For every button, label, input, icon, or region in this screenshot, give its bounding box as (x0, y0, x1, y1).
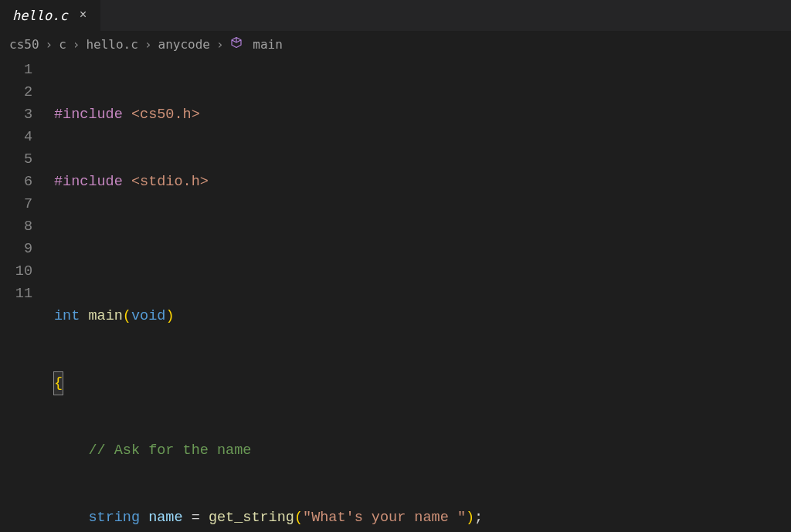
chevron-right-icon: › (144, 37, 152, 52)
tab-bar: hello.c × (0, 0, 791, 31)
cube-icon (230, 36, 243, 49)
line-number: 1 (0, 59, 32, 81)
line-number: 8 (0, 215, 32, 238)
line-number: 5 (0, 148, 32, 171)
code-editor[interactable]: 1 2 3 4 5 6 7 8 9 10 11 #include <cs50.h… (0, 57, 791, 532)
breadcrumb: cs50 › c › hello.c › anycode › main (0, 31, 791, 57)
line-number: 7 (0, 193, 32, 215)
breadcrumb-item-main[interactable]: main (230, 36, 283, 52)
breadcrumb-item[interactable]: cs50 (9, 37, 39, 52)
line-number: 11 (0, 283, 32, 305)
line-number: 10 (0, 260, 32, 283)
code-line[interactable]: int main(void) (54, 305, 791, 327)
tab-label: hello.c (12, 8, 68, 23)
line-number: 6 (0, 171, 32, 193)
line-number: 9 (0, 238, 32, 260)
tab-hello-c[interactable]: hello.c × (0, 0, 101, 31)
chevron-right-icon: › (73, 37, 80, 52)
code-area[interactable]: #include <cs50.h> #include <stdio.h> int… (54, 59, 791, 532)
close-icon[interactable]: × (76, 8, 91, 23)
breadcrumb-item[interactable]: anycode (158, 37, 210, 52)
code-line[interactable]: string name = get_string("What's your na… (54, 507, 791, 529)
breadcrumb-item-label: main (253, 37, 283, 52)
code-line[interactable]: { (54, 372, 791, 395)
code-line[interactable]: // Ask for the name (54, 439, 791, 462)
line-number: 4 (0, 126, 32, 148)
chevron-right-icon: › (216, 37, 224, 52)
line-number: 3 (0, 103, 32, 126)
chevron-right-icon: › (46, 37, 53, 52)
line-number: 2 (0, 81, 32, 103)
code-line[interactable]: #include <cs50.h> (54, 103, 791, 126)
code-line[interactable] (54, 238, 791, 260)
breadcrumb-item[interactable]: hello.c (86, 37, 137, 52)
code-line[interactable]: #include <stdio.h> (54, 171, 791, 193)
line-number-gutter: 1 2 3 4 5 6 7 8 9 10 11 (0, 59, 54, 532)
breadcrumb-item[interactable]: c (59, 37, 66, 52)
